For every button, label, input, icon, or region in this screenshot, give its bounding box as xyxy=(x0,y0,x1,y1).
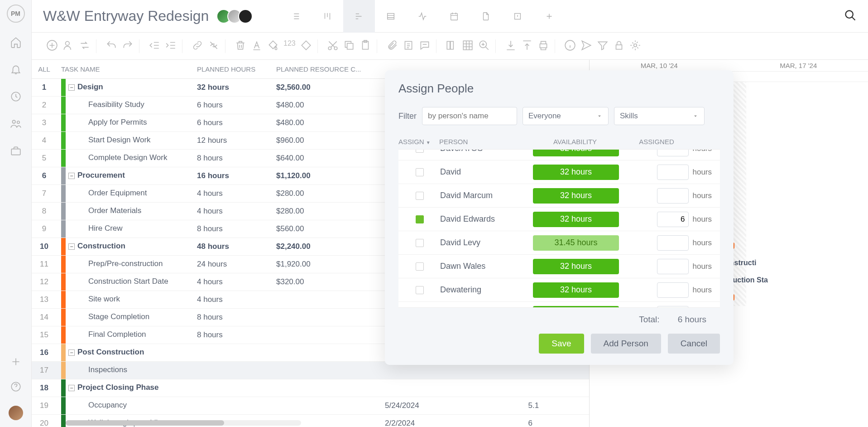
filter-everyone-select[interactable]: Everyone xyxy=(523,107,609,125)
assign-checkbox[interactable] xyxy=(416,149,424,153)
person-name: Dave/ATOS xyxy=(440,149,531,153)
columns-icon[interactable] xyxy=(446,39,457,53)
tab-add[interactable] xyxy=(533,0,565,33)
copy-icon[interactable] xyxy=(343,39,355,53)
grid-icon[interactable] xyxy=(462,39,474,53)
settings-icon[interactable] xyxy=(629,39,641,53)
svg-rect-6 xyxy=(451,13,458,20)
link-icon[interactable] xyxy=(192,39,203,53)
people-icon[interactable] xyxy=(10,118,22,131)
tab-sheet[interactable] xyxy=(375,0,407,33)
svg-rect-23 xyxy=(616,44,622,49)
cut-icon[interactable] xyxy=(327,39,339,53)
assign-checkbox[interactable] xyxy=(416,215,424,223)
collapse-icon[interactable]: − xyxy=(68,243,75,250)
tab-status[interactable] xyxy=(407,0,438,33)
assign-checkbox[interactable] xyxy=(416,239,424,247)
filter-name-input[interactable] xyxy=(422,107,517,125)
cancel-button[interactable]: Cancel xyxy=(668,334,720,354)
assigned-hours-input[interactable] xyxy=(657,149,689,156)
availability-badge: 32 hours xyxy=(533,212,619,227)
undo-icon[interactable] xyxy=(106,39,117,53)
swap-icon[interactable] xyxy=(79,39,91,53)
print-icon[interactable] xyxy=(537,39,549,53)
number-format-icon[interactable]: 123 xyxy=(283,39,296,53)
task-row[interactable]: 19 Occupancy 5/24/2024 5.1 xyxy=(32,397,589,415)
col-all[interactable]: ALL xyxy=(32,60,57,79)
svg-point-24 xyxy=(633,44,637,47)
col-planned-cost[interactable]: PLANNED RESOURCE C... xyxy=(272,60,380,79)
h-scrollbar[interactable] xyxy=(66,420,301,426)
col-planned-hours[interactable]: PLANNED HOURS xyxy=(192,60,272,79)
person-row: David Marcum 32 hours hours xyxy=(398,184,720,208)
bell-icon[interactable] xyxy=(10,63,22,77)
comment-icon[interactable] xyxy=(419,39,431,53)
clock-icon[interactable] xyxy=(10,91,22,104)
home-icon[interactable] xyxy=(10,36,22,50)
add-task-icon[interactable] xyxy=(46,39,58,53)
assigned-hours-input[interactable] xyxy=(657,282,689,298)
assign-checkbox[interactable] xyxy=(416,168,424,176)
assigned-hours-input[interactable] xyxy=(657,259,689,274)
search-icon[interactable] xyxy=(844,9,857,24)
send-icon[interactable] xyxy=(580,39,592,53)
paste-icon[interactable] xyxy=(360,39,371,53)
assign-checkbox[interactable] xyxy=(416,262,424,271)
tab-file[interactable] xyxy=(470,0,502,33)
hdr-assign[interactable]: ASSIGN ▼ xyxy=(398,138,439,146)
export-icon[interactable] xyxy=(521,39,533,53)
unlink-icon[interactable] xyxy=(208,39,220,53)
delete-icon[interactable] xyxy=(235,39,246,53)
assigned-hours-input[interactable] xyxy=(657,212,689,227)
hdr-assigned[interactable]: ASSIGNED xyxy=(620,138,693,146)
milestone-icon[interactable] xyxy=(300,39,312,53)
collapse-icon[interactable]: − xyxy=(68,173,75,179)
outdent-icon[interactable] xyxy=(149,39,160,53)
tab-gantt[interactable] xyxy=(343,0,375,33)
fill-icon[interactable] xyxy=(267,39,279,53)
import-icon[interactable] xyxy=(505,39,517,53)
availability-badge: 32 hours xyxy=(533,306,619,308)
tab-calendar[interactable] xyxy=(438,0,470,33)
help-icon[interactable] xyxy=(10,381,22,394)
assigned-hours-input[interactable] xyxy=(657,165,689,180)
attach-icon[interactable] xyxy=(386,39,398,53)
briefcase-icon[interactable] xyxy=(10,145,22,159)
assign-checkbox[interactable] xyxy=(416,192,424,200)
collapse-icon[interactable]: − xyxy=(68,349,75,356)
collapse-icon[interactable]: − xyxy=(68,385,75,391)
assignee-avatars[interactable] xyxy=(220,9,253,24)
info-icon[interactable] xyxy=(564,39,576,53)
assign-icon[interactable] xyxy=(62,39,74,53)
plus-icon[interactable] xyxy=(10,356,22,369)
assigned-hours-input[interactable] xyxy=(657,188,689,204)
svg-point-8 xyxy=(846,10,853,18)
lock-icon[interactable] xyxy=(613,39,625,53)
person-row: David 32 hours hours xyxy=(398,160,720,184)
redo-icon[interactable] xyxy=(122,39,134,53)
person-row: Dave/ATOS 32 hours hours xyxy=(398,149,720,160)
tab-board[interactable] xyxy=(312,0,343,33)
person-name: Dewatering xyxy=(440,285,531,295)
tab-list[interactable] xyxy=(280,0,312,33)
collapse-icon[interactable]: − xyxy=(68,84,75,91)
top-header: W&W Entryway Redesign xyxy=(32,0,868,33)
filter-icon[interactable] xyxy=(597,39,609,53)
save-button[interactable]: Save xyxy=(539,334,584,354)
filter-skills-select[interactable]: Skills xyxy=(614,107,705,125)
user-avatar[interactable] xyxy=(9,406,23,420)
task-row[interactable]: 18 −Project Closing Phase xyxy=(32,379,589,397)
tab-risk[interactable] xyxy=(502,0,533,33)
assigned-hours-input[interactable] xyxy=(657,235,689,251)
assign-checkbox[interactable] xyxy=(416,286,424,294)
col-task-name[interactable]: TASK NAME xyxy=(57,60,192,79)
assigned-hours-input[interactable] xyxy=(657,306,689,308)
app-logo[interactable]: PM xyxy=(7,5,25,23)
note-icon[interactable] xyxy=(403,39,414,53)
hdr-person[interactable]: PERSON xyxy=(439,138,530,146)
text-color-icon[interactable] xyxy=(251,39,263,53)
zoom-icon[interactable] xyxy=(478,39,490,53)
add-person-button[interactable]: Add Person xyxy=(591,334,661,354)
indent-icon[interactable] xyxy=(165,39,177,53)
hdr-availability[interactable]: AVAILABILITY xyxy=(530,138,620,146)
